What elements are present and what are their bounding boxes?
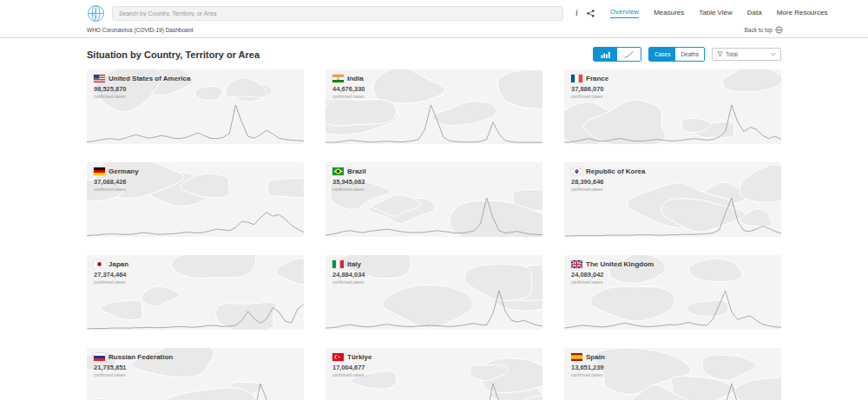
country-card-republic-of-korea[interactable]: Republic of Korea28,390,646confirmed cas… [564,162,781,237]
deaths-toggle[interactable]: Deaths [675,48,704,61]
flag-icon-jp [94,260,105,268]
flag-icon-it [332,260,344,268]
confirmed-caption: confirmed cases [94,279,128,285]
total-filter-dropdown[interactable]: Total [712,48,781,61]
country-name: United States of America [108,75,190,82]
confirmed-count: 35,945,063 [332,178,366,186]
dropdown-value: Total [726,51,738,57]
country-name: France [586,75,608,82]
sparkline-chart [326,381,542,400]
confirmed-caption: confirmed cases [571,187,645,192]
confirmed-caption: confirmed cases [332,279,365,285]
sparkline-chart [326,288,542,330]
sparkline-chart [326,102,542,144]
sparkline-chart [564,102,781,144]
share-icon[interactable] [587,10,595,17]
confirmed-count: 27,374,464 [94,271,128,279]
flag-icon-tr [332,353,344,361]
country-card-france[interactable]: France37,886,070confirmed cases [564,69,781,144]
country-name: Italy [347,260,361,268]
page-title: Situation by Country, Territory or Area [87,49,260,60]
confirmed-count: 21,735,851 [94,364,173,371]
card-info: Japan27,374,464confirmed cases [94,260,128,285]
top-header: i Overview Measures Table View Data More… [0,0,868,38]
country-card-india[interactable]: India44,676,330confirmed cases [326,69,542,144]
card-info: Brazil35,945,063confirmed cases [332,167,366,192]
confirmed-count: 37,886,070 [571,85,608,93]
sparkline-chart [87,288,304,330]
card-info: India44,676,330confirmed cases [332,75,365,99]
search-bar [112,6,563,21]
country-card-russian-federation[interactable]: Russian Federation21,735,851confirmed ca… [87,348,304,400]
country-card-t-rkiye[interactable]: Türkiye17,004,677confirmed cases [326,348,542,400]
country-cards-grid: United States of America98,525,870confir… [87,69,781,400]
confirmed-count: 24,884,034 [332,271,365,279]
who-logo[interactable] [87,4,105,23]
sparkline-chart [87,195,304,237]
sparkline-chart [564,195,781,237]
card-info: Italy24,884,034confirmed cases [332,260,365,285]
nav-measures[interactable]: Measures [654,9,684,18]
card-info: United States of America98,525,870confir… [94,75,190,99]
country-card-brazil[interactable]: Brazil35,945,063confirmed cases [326,162,542,237]
globe-icon [775,26,783,34]
confirmed-caption: confirmed cases [94,187,139,192]
country-name: India [347,75,364,82]
card-info: Germany37,088,426confirmed cases [94,167,139,192]
sparkline-chart [87,102,304,144]
nav-overview[interactable]: Overview [610,8,639,18]
country-card-united-states-of-america[interactable]: United States of America98,525,870confir… [87,69,304,144]
country-card-germany[interactable]: Germany37,088,426confirmed cases [87,162,304,237]
line-chart-toggle[interactable] [617,48,641,61]
chevron-down-icon [770,52,776,56]
chart-type-toggle [593,47,641,62]
flag-icon-us [94,75,105,82]
confirmed-caption: confirmed cases [332,187,366,192]
sparkline-chart [326,195,542,237]
confirmed-count: 98,525,870 [94,85,190,93]
flag-icon-de [94,167,105,175]
confirmed-caption: confirmed cases [94,94,190,99]
card-info: The United Kingdom24,089,042confirmed ca… [571,260,654,285]
country-name: Germany [108,167,139,175]
nav-table-view[interactable]: Table View [699,9,733,18]
confirmed-caption: confirmed cases [94,372,173,377]
country-name: Türkiye [347,353,372,361]
card-info: Republic of Korea28,390,646confirmed cas… [571,167,645,192]
country-name: The United Kingdom [586,260,654,268]
country-card-italy[interactable]: Italy24,884,034confirmed cases [326,255,542,330]
nav-more-resources[interactable]: More Resources [777,9,828,18]
nav-data[interactable]: Data [747,9,762,18]
country-card-japan[interactable]: Japan27,374,464confirmed cases [87,255,304,330]
cases-toggle[interactable]: Cases [649,48,675,61]
header-icons: i [575,9,595,17]
confirmed-caption: confirmed cases [332,372,372,377]
country-card-the-united-kingdom[interactable]: The United Kingdom24,089,042confirmed ca… [564,255,781,330]
sparkline-chart [87,381,304,400]
flag-icon-br [332,167,344,175]
back-to-top-label: Back to top [744,27,773,33]
confirmed-caption: confirmed cases [571,372,605,377]
search-input[interactable] [119,10,556,16]
metric-toggle: Cases Deaths [648,47,705,62]
confirmed-count: 24,089,042 [571,271,654,279]
back-to-top-button[interactable]: Back to top [744,26,783,34]
flag-icon-gb [571,260,582,268]
flag-icon-kr [571,167,582,175]
flag-icon-es [571,353,582,361]
bar-chart-toggle[interactable] [594,48,617,61]
sparkline-chart [564,381,781,400]
confirmed-caption: confirmed cases [332,94,365,99]
flag-icon-ru [94,353,105,361]
sparkline-chart [564,288,781,330]
country-name: Spain [586,353,605,361]
confirmed-count: 44,676,330 [332,85,365,93]
info-icon[interactable]: i [575,9,578,17]
line-chart-icon [624,51,634,58]
card-info: France37,886,070confirmed cases [571,75,608,99]
country-card-spain[interactable]: Spain13,651,239confirmed cases [564,348,781,400]
bar-chart-icon [601,51,610,58]
confirmed-count: 17,004,677 [332,364,372,371]
country-name: Japan [108,260,128,268]
card-info: Russian Federation21,735,851confirmed ca… [94,353,173,377]
